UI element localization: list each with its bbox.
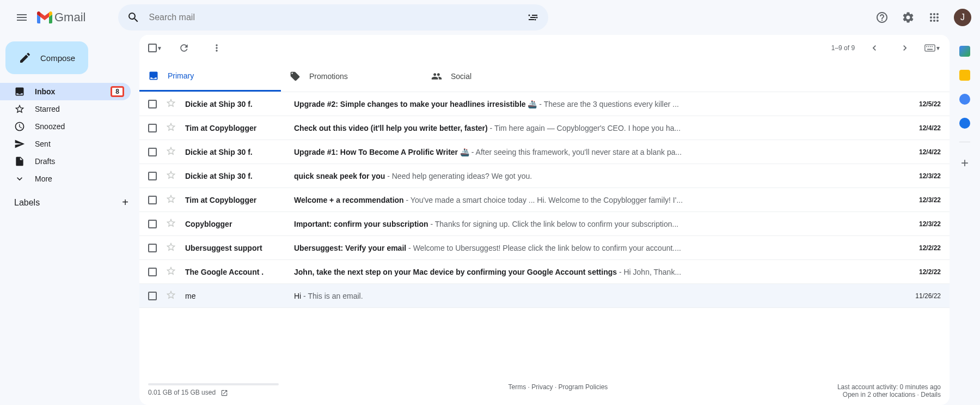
email-checkbox[interactable] xyxy=(148,148,157,156)
star-icon[interactable] xyxy=(166,194,176,206)
email-row[interactable]: CopybloggerImportant: confirm your subsc… xyxy=(139,212,950,236)
toolbar: ▼ 1–9 of 9 ▼ xyxy=(139,35,950,61)
email-date: 11/26/22 xyxy=(915,292,941,300)
email-date: 12/2/22 xyxy=(919,244,941,252)
side-panel-divider xyxy=(959,142,970,142)
sidebar-item-starred[interactable]: Starred xyxy=(0,100,131,118)
email-row[interactable]: Dickie at Ship 30 f.Upgrade #2: Simple c… xyxy=(139,92,950,116)
terms-link[interactable]: Terms xyxy=(509,383,526,391)
support-icon[interactable] xyxy=(871,7,893,28)
search-bar xyxy=(118,4,548,31)
sidebar-item-inbox[interactable]: Inbox8 xyxy=(0,83,131,100)
email-subject-area: Upgrade #1: How To Become A Prolific Wri… xyxy=(294,148,919,156)
sidebar: Compose Inbox8StarredSnoozedSentDraftsMo… xyxy=(0,35,139,405)
email-sender: Copyblogger xyxy=(185,220,294,228)
contacts-app-icon[interactable] xyxy=(959,118,970,129)
email-subject-area: Check out this video (it'll help you wri… xyxy=(294,124,919,132)
email-row[interactable]: Dickie at Ship 30 f.Upgrade #1: How To B… xyxy=(139,140,950,164)
tab-primary[interactable]: Primary xyxy=(139,61,281,92)
compose-label: Compose xyxy=(40,53,75,63)
email-row[interactable]: Ubersuggest supportUbersuggest: Verify y… xyxy=(139,236,950,260)
email-checkbox[interactable] xyxy=(148,292,157,300)
inbox-count: 8 xyxy=(111,86,124,97)
email-row[interactable]: meHi - This is an email.11/26/22 xyxy=(139,284,950,308)
refresh-button[interactable] xyxy=(173,37,195,59)
svg-point-0 xyxy=(529,15,530,16)
apps-icon[interactable] xyxy=(923,7,945,28)
sidebar-item-more[interactable]: More xyxy=(0,170,131,188)
sidebar-item-drafts[interactable]: Drafts xyxy=(0,153,131,170)
svg-point-1 xyxy=(536,17,538,19)
sidebar-item-snoozed[interactable]: Snoozed xyxy=(0,118,131,135)
star-icon[interactable] xyxy=(166,146,176,158)
email-checkbox[interactable] xyxy=(148,268,157,276)
search-options-icon[interactable] xyxy=(522,7,544,28)
email-sender: me xyxy=(185,292,294,300)
search-icon[interactable] xyxy=(122,7,144,28)
activity-text: Last account activity: 0 minutes ago xyxy=(837,383,941,391)
select-all-checkbox[interactable] xyxy=(148,44,157,52)
select-dropdown-icon[interactable]: ▼ xyxy=(157,45,162,51)
email-date: 12/2/22 xyxy=(919,268,941,276)
tasks-app-icon[interactable] xyxy=(959,94,970,105)
star-icon[interactable] xyxy=(166,241,176,254)
details-link[interactable]: Details xyxy=(921,391,941,398)
labels-header: Labels + xyxy=(0,188,139,213)
tab-social[interactable]: Social xyxy=(422,61,564,92)
compose-button[interactable]: Compose xyxy=(5,41,88,74)
email-checkbox[interactable] xyxy=(148,100,157,108)
email-row[interactable]: Dickie at Ship 30 f.quick sneak peek for… xyxy=(139,164,950,188)
email-sender: Ubersuggest support xyxy=(185,244,294,252)
star-icon[interactable] xyxy=(166,265,176,278)
email-subject-area: Hi - This is an email. xyxy=(294,292,915,300)
email-checkbox[interactable] xyxy=(148,220,157,228)
policies-link[interactable]: Program Policies xyxy=(559,383,608,391)
sidebar-item-sent[interactable]: Sent xyxy=(0,135,131,153)
next-page-button[interactable] xyxy=(894,37,916,59)
input-tools-button[interactable]: ▼ xyxy=(924,44,941,52)
star-icon[interactable] xyxy=(166,98,176,110)
svg-rect-5 xyxy=(928,46,929,47)
footer: 0.01 GB of 15 GB used Terms · Privacy · … xyxy=(139,377,950,405)
email-sender: Tim at Copyblogger xyxy=(185,124,294,132)
email-subject-area: Upgrade #2: Simple changes to make your … xyxy=(294,100,919,108)
storage-text: 0.01 GB of 15 GB used xyxy=(148,389,216,396)
privacy-link[interactable]: Privacy xyxy=(531,383,553,391)
email-subject-area: Important: confirm your subscription - T… xyxy=(294,220,919,228)
email-row[interactable]: Tim at CopybloggerWelcome + a recommenda… xyxy=(139,188,950,212)
settings-icon[interactable] xyxy=(897,7,919,28)
add-app-button[interactable]: + xyxy=(961,155,969,171)
account-avatar[interactable]: J xyxy=(954,9,971,26)
svg-rect-3 xyxy=(925,45,935,51)
pagination-text: 1–9 of 9 xyxy=(831,44,855,52)
email-sender: Dickie at Ship 30 f. xyxy=(185,172,294,180)
svg-point-2 xyxy=(535,19,536,21)
star-icon[interactable] xyxy=(166,217,176,230)
keep-app-icon[interactable] xyxy=(959,70,970,81)
email-checkbox[interactable] xyxy=(148,196,157,204)
prev-page-button[interactable] xyxy=(863,37,885,59)
email-row[interactable]: The Google Account .John, take the next … xyxy=(139,260,950,284)
svg-rect-8 xyxy=(927,49,933,50)
main-menu-button[interactable] xyxy=(9,4,35,31)
email-row[interactable]: Tim at CopybloggerCheck out this video (… xyxy=(139,116,950,140)
star-icon[interactable] xyxy=(166,170,176,182)
email-sender: The Google Account . xyxy=(185,268,294,276)
star-icon[interactable] xyxy=(166,122,176,134)
email-checkbox[interactable] xyxy=(148,124,157,132)
email-checkbox[interactable] xyxy=(148,244,157,252)
add-label-button[interactable]: + xyxy=(122,196,128,209)
email-date: 12/3/22 xyxy=(919,196,941,204)
star-icon[interactable] xyxy=(166,289,176,302)
search-input[interactable] xyxy=(144,13,522,22)
tab-promotions[interactable]: Promotions xyxy=(281,61,422,92)
logo-text: Gmail xyxy=(54,10,85,25)
email-checkbox[interactable] xyxy=(148,172,157,180)
more-button[interactable] xyxy=(206,37,228,59)
email-sender: Dickie at Ship 30 f. xyxy=(185,148,294,156)
svg-rect-4 xyxy=(926,46,927,47)
open-in-new-icon[interactable] xyxy=(220,389,228,397)
calendar-app-icon[interactable] xyxy=(959,46,970,57)
gmail-logo[interactable]: Gmail xyxy=(37,10,85,25)
locations-text: Open in 2 other locations xyxy=(843,391,915,398)
